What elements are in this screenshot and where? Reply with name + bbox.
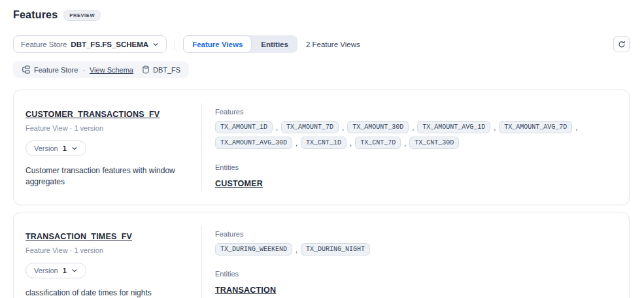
- feature-view-meta: Feature View · 1 version: [25, 124, 190, 132]
- features-section-label: Features: [215, 230, 613, 238]
- chip-separator: ,: [494, 124, 496, 131]
- version-value: 1: [63, 267, 67, 274]
- version-dropdown[interactable]: Version 1: [25, 263, 86, 278]
- feature-view-card: CUSTOMER_TRANSACTIONS_FV Feature View · …: [13, 90, 630, 205]
- chip-separator: ,: [296, 139, 297, 147]
- card-detail-column: Features TX_DURING_WEEKEND,TX_DURING_NIG…: [202, 212, 629, 298]
- entities-link-list: TRANSACTION: [215, 284, 613, 295]
- feature-store-dropdown[interactable]: Feature Store DBT_FS.FS_SCHEMA: [13, 35, 167, 53]
- chip-separator: ,: [404, 139, 406, 147]
- feature-chip: TX_CNT_30D: [409, 137, 459, 149]
- breadcrumb-store-label: Feature Store: [34, 66, 78, 74]
- version-label: Version: [34, 267, 58, 274]
- feature-view-title-link[interactable]: TRANSACTION_TIMES_FV: [25, 232, 132, 241]
- chip-separator: ,: [412, 124, 414, 131]
- features-page: Features PREVIEW Feature Store DBT_FS.FS…: [0, 0, 644, 298]
- feature-chip: TX_AMOUNT_AVG_1D: [417, 121, 490, 133]
- chip-separator: ,: [276, 124, 278, 131]
- chip-separator: ,: [342, 124, 344, 131]
- chevron-down-icon: [71, 267, 78, 274]
- feature-chip: TX_AMOUNT_7D: [281, 121, 339, 133]
- preview-badge: PREVIEW: [63, 10, 101, 21]
- view-schema-link[interactable]: View Schema: [90, 66, 133, 74]
- chip-separator: ,: [296, 246, 297, 254]
- breadcrumb: Feature Store · View Schema DBT_FS: [13, 61, 189, 78]
- feature-view-description: classification of date times for nights …: [25, 288, 189, 298]
- features-chip-list: TX_AMOUNT_1D,TX_AMOUNT_7D,TX_AMOUNT_30D,…: [215, 121, 613, 149]
- card-info-column: TRANSACTION_TIMES_FV Feature View · 1 ve…: [14, 212, 201, 298]
- schema-icon: [22, 65, 30, 74]
- toolbar-divider: [175, 39, 175, 50]
- features-chip-list: TX_DURING_WEEKEND,TX_DURING_NIGHT: [215, 243, 613, 256]
- entities-section-label: Entities: [215, 163, 613, 171]
- chip-separator: ,: [575, 124, 577, 131]
- chip-separator: ,: [350, 139, 352, 147]
- refresh-button[interactable]: [613, 36, 630, 52]
- feature-chip: TX_DURING_WEEKEND: [215, 243, 292, 256]
- database-name: DBT_FS: [153, 66, 180, 74]
- page-header: Features PREVIEW: [13, 9, 630, 21]
- features-section-label: Features: [215, 108, 613, 116]
- feature-chip: TX_AMOUNT_AVG_30D: [215, 137, 292, 149]
- page-title: Features: [13, 9, 58, 21]
- feature-view-meta: Feature View · 1 version: [25, 246, 190, 254]
- entity-link[interactable]: CUSTOMER: [215, 179, 263, 188]
- feature-view-card: TRANSACTION_TIMES_FV Feature View · 1 ve…: [13, 212, 630, 298]
- entities-section-label: Entities: [215, 270, 613, 278]
- card-detail-column: Features TX_AMOUNT_1D,TX_AMOUNT_7D,TX_AM…: [202, 90, 629, 205]
- feature-views-count: 2 Feature Views: [306, 41, 360, 48]
- entity-link[interactable]: TRANSACTION: [215, 286, 276, 295]
- feature-chip: TX_CNT_1D: [301, 137, 347, 149]
- chevron-down-icon: [71, 145, 78, 152]
- feature-view-title-link[interactable]: CUSTOMER_TRANSACTIONS_FV: [25, 110, 160, 119]
- breadcrumb-database: DBT_FS: [142, 65, 180, 74]
- feature-chip: TX_AMOUNT_30D: [347, 121, 409, 133]
- tab-feature-views[interactable]: Feature Views: [183, 35, 252, 53]
- toolbar: Feature Store DBT_FS.FS_SCHEMA Feature V…: [13, 35, 630, 53]
- tab-entities[interactable]: Entities: [252, 35, 297, 53]
- feature-store-label: Feature Store: [21, 41, 67, 48]
- version-label: Version: [34, 144, 58, 152]
- card-info-column: CUSTOMER_TRANSACTIONS_FV Feature View · …: [14, 90, 201, 205]
- refresh-icon: [618, 41, 626, 48]
- chevron-down-icon: [152, 41, 159, 48]
- version-value: 1: [63, 144, 67, 152]
- feature-chip: TX_AMOUNT_AVG_7D: [499, 121, 572, 133]
- feature-chip: TX_AMOUNT_1D: [215, 121, 273, 133]
- feature-view-description: Customer transaction features with windo…: [25, 165, 189, 188]
- view-mode-tabs: Feature Views Entities: [183, 35, 297, 53]
- entities-link-list: CUSTOMER: [215, 177, 613, 189]
- feature-store-value: DBT_FS.FS_SCHEMA: [71, 41, 148, 48]
- breadcrumb-separator: ·: [82, 66, 86, 74]
- feature-chip: TX_CNT_7D: [355, 137, 401, 149]
- database-icon: [142, 65, 150, 74]
- feature-chip: TX_DURING_NIGHT: [301, 243, 370, 256]
- version-dropdown[interactable]: Version 1: [25, 141, 86, 156]
